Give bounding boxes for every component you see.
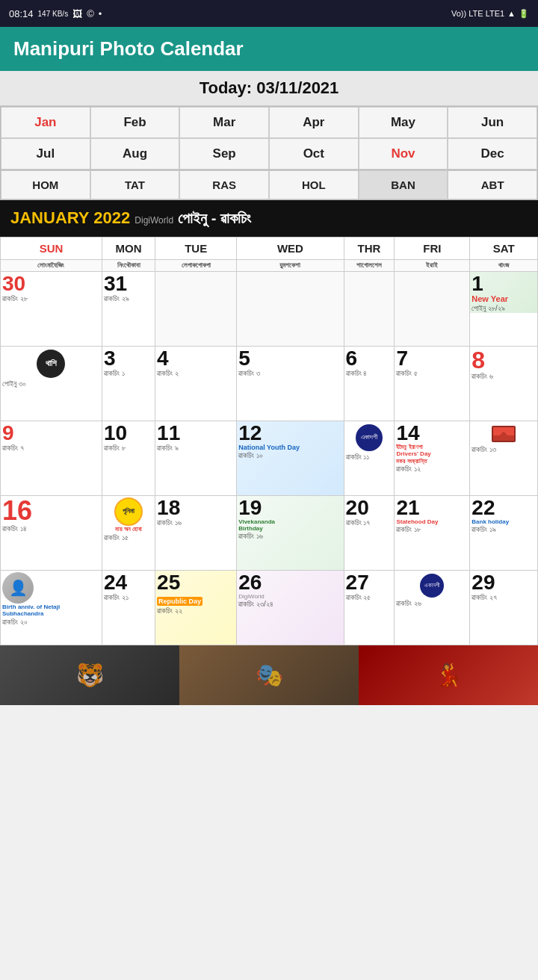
table-row: থাশি পোইনু ৩০ 3 ৱাকচিং ১ 4 ৱাকচিং ২ 5 ৱা… [1, 346, 538, 421]
strip-center: 🎭 [179, 645, 359, 705]
day-empty3 [344, 271, 395, 346]
app-title: Manipuri Photo Calendar [13, 37, 525, 61]
month-oct[interactable]: Oct [269, 138, 359, 170]
strip-left: 🐯 [0, 645, 179, 705]
meitei-fri: ইরাই [395, 259, 470, 271]
national-youth-day: National Youth Day [238, 444, 341, 451]
purnima-icon: পূনিমা [114, 497, 143, 526]
col-fri: FRI [395, 237, 470, 259]
nav-home[interactable]: HOM [1, 170, 90, 199]
nav-ras[interactable]: RAS [179, 170, 269, 199]
day-19: 19 VivekanandaBirthday ৱাকচিং ১৬ [237, 495, 344, 570]
birth-anniv-netaji: Birth anniv. of NetajiSubhachandra [2, 604, 100, 618]
day-11: 11 ৱাকচিং ৯ [155, 421, 237, 495]
day-6: 6 ৱাকচিং ৪ [344, 346, 395, 421]
envelope-icon [492, 426, 516, 442]
today-bar: Today: 03/11/2021 [0, 71, 538, 106]
statehood-day: Statehood Day [396, 518, 468, 525]
col-tue: TUE [155, 237, 237, 259]
nav-ban[interactable]: BAN [359, 170, 448, 199]
day-10: 10 ৱাকচিং ৮ [102, 421, 155, 495]
dot-indicator: • [99, 8, 102, 19]
day-23: 👤 Birth anniv. of NetajiSubhachandra ৱাক… [1, 570, 102, 645]
table-row: 9 ৱাকচিং ৭ 10 ৱাকচিং ৮ 11 ৱাকচিং ৯ 12 Na… [1, 421, 538, 495]
ekadashi-icon-28: একাদশী [420, 574, 444, 598]
col-mon: MON [102, 237, 155, 259]
day-21: 21 Statehood Day ৱাকচিং ১৮ [395, 495, 470, 570]
cal-month-year: JANUARY 2022 [10, 208, 130, 227]
day-14: 14 ইমৈনু ইরাণপাDrivers' Dayমকর সংক্রান্ত… [395, 421, 470, 495]
day-24: 24 ৱাকচিং ২১ [102, 570, 155, 645]
bottom-strip: 🐯 🎭 💃 [0, 645, 538, 705]
day-empty1 [155, 271, 237, 346]
status-bar: 08:14 147 KB/s 🖼 © • Vo)) LTE LTE1 ▲ 🔋 [0, 0, 538, 27]
day-18: 18 ৱাকচিং ১৬ [155, 495, 237, 570]
cal-meitei-title: পোইনু - ৱাকচিং [178, 210, 251, 226]
calendar-table: SUN MON TUE WED THR FRI SAT লোংমাহৈজিং ন… [0, 237, 538, 645]
month-dec[interactable]: Dec [448, 138, 537, 170]
table-row: 👤 Birth anniv. of NetajiSubhachandra ৱাক… [1, 570, 538, 645]
nav-grid: HOM TAT RAS HOL BAN ABT [0, 170, 538, 200]
day-dec30: 30 ৱাকচিং ২৮ [1, 271, 102, 346]
day-17: পূনিমা মায় অন হোবা ৱাকচিং ১৫ [102, 495, 155, 570]
nav-tat[interactable]: TAT [90, 170, 180, 199]
meitei-tue: লেপাকপোকপা [155, 259, 237, 271]
time: 08:14 [9, 8, 34, 19]
day-empty4 [395, 271, 470, 346]
day-28: একাদশী ৱাকচিং ২৬ [395, 570, 470, 645]
today-date: Today: 03/11/2021 [200, 78, 339, 97]
table-row: 16 ৱাকচিং ১৪ পূনিমা মায় অন হোবা ৱাকচিং … [1, 495, 538, 570]
day-5: 5 ৱাকচিং ৩ [237, 346, 344, 421]
day-dec31: 31 ৱাকচিং ২৯ [102, 271, 155, 346]
day-20: 20 ৱাকচিং ১৭ [344, 495, 395, 570]
month-jul[interactable]: Jul [1, 138, 90, 170]
col-sun: SUN [1, 237, 102, 259]
meitei-sun: লোংমাহৈজিং [1, 259, 102, 271]
status-left: 08:14 147 KB/s 🖼 © • [9, 8, 102, 19]
month-feb[interactable]: Feb [90, 107, 180, 138]
day-27: 27 ৱাকচিং ২৫ [344, 570, 395, 645]
month-nov[interactable]: Nov [359, 138, 448, 170]
meitei-wed: য়ুমশকেশা [237, 259, 344, 271]
month-sep[interactable]: Sep [179, 138, 269, 170]
ekadashi-icon-13: একাদশী [356, 424, 383, 451]
strip-right: 💃 [359, 645, 538, 705]
battery-icon: 🔋 [519, 9, 529, 19]
month-mar[interactable]: Mar [179, 107, 269, 138]
day-25: 25 Republic Day ৱাকচিং ২২ [155, 570, 237, 645]
day-4: 4 ৱাকচিং ২ [155, 346, 237, 421]
day-3: 3 ৱাকচিং ১ [102, 346, 155, 421]
col-sat: SAT [470, 237, 538, 259]
meitei-sat: থাংজ [470, 259, 538, 271]
month-apr[interactable]: Apr [269, 107, 359, 138]
bank-holiday: Bank holiday [471, 518, 536, 525]
day-13: একাদশী ৱাকচিং ১১ [344, 421, 395, 495]
day-7: 7 ৱাকচিং ৫ [395, 346, 470, 421]
whatsapp-icon: © [87, 8, 94, 19]
signal-icon: ▲ [507, 9, 516, 18]
drivers-day: ইমৈনু ইরাণপাDrivers' Dayমকর সংক্রান্তি [396, 444, 468, 465]
day-2: থাশি পোইনু ৩০ [1, 346, 102, 421]
month-jan[interactable]: Jan [1, 107, 90, 138]
day-empty2 [237, 271, 344, 346]
day-15: ৱাকচিং ১৩ [470, 421, 538, 495]
month-aug[interactable]: Aug [90, 138, 180, 170]
day-8: 8 ৱাকচিং ৬ [470, 346, 538, 421]
month-may[interactable]: May [359, 107, 448, 138]
nav-hol[interactable]: HOL [269, 170, 359, 199]
day-9: 9 ৱাকচিং ৭ [1, 421, 102, 495]
day-26: 26 DigiWorld ৱাকচিং ২৩/২৪ [237, 570, 344, 645]
col-wed: WED [237, 237, 344, 259]
kb-speed: 147 KB/s [38, 10, 69, 18]
calendar-title: JANUARY 2022 DigiWorld পোইনু - ৱাকচিং [0, 200, 538, 237]
month-grid: Jan Feb Mar Apr May Jun Jul Aug Sep Oct … [0, 106, 538, 170]
table-row: 30 ৱাকচিং ২৮ 31 ৱাকচিং ২৯ 1 New Year পোই… [1, 271, 538, 346]
nav-abt[interactable]: ABT [448, 170, 537, 199]
netaji-photo: 👤 [2, 572, 34, 604]
col-thr: THR [344, 237, 395, 259]
meitei-thr: শাগোলশেল [344, 259, 395, 271]
month-jun[interactable]: Jun [448, 107, 537, 138]
app-header: Manipuri Photo Calendar [0, 27, 538, 71]
carrier-info: Vo)) LTE LTE1 [451, 9, 504, 18]
status-right: Vo)) LTE LTE1 ▲ 🔋 [451, 9, 529, 19]
